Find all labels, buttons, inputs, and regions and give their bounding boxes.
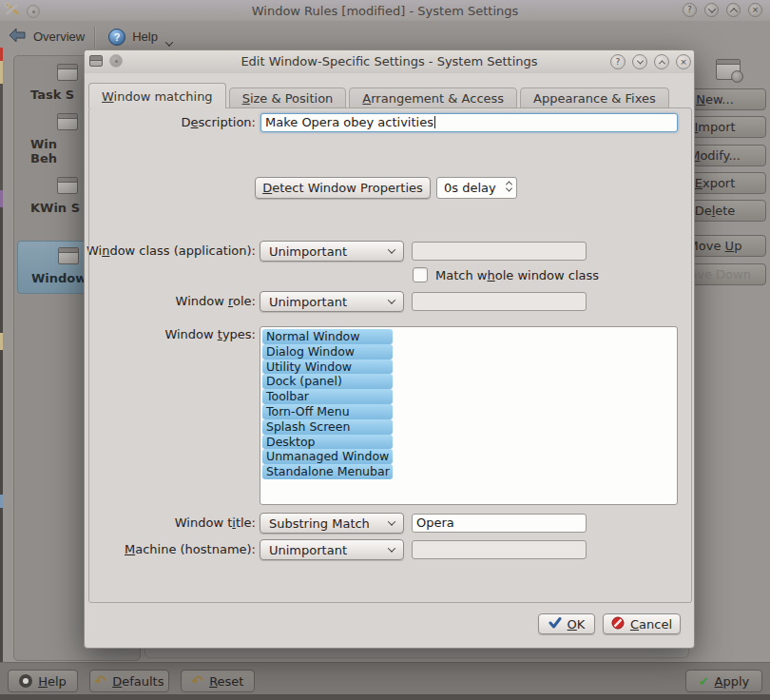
help-menu-button[interactable]: ? Help	[101, 20, 180, 53]
tab-size-position[interactable]: Size & Position	[229, 88, 347, 108]
ok-check-icon	[549, 617, 562, 632]
tab-arrangement-access[interactable]: Arrangement & Access	[349, 88, 517, 108]
apply-check-icon: ✔	[699, 675, 709, 688]
dialog-tabs: Window matching Size & Position Arrangem…	[88, 84, 669, 108]
main-bottom-bar: Help ↶ Defaults ↶ Reset ✔ Apply	[0, 662, 770, 694]
back-arrow-icon	[8, 28, 27, 46]
main-help-window-button[interactable]: ?	[683, 3, 697, 17]
overview-button[interactable]: Overview	[0, 24, 92, 49]
desktop: Window Rules [modified] - System Setting…	[0, 0, 770, 700]
tab-pane	[88, 107, 692, 603]
ok-button[interactable]: OK	[538, 613, 595, 634]
desktop-edge-sliver	[0, 48, 3, 694]
main-window-title: Window Rules [modified] - System Setting…	[0, 4, 770, 18]
dialog-titlebar: Edit Window-Specific Settings - System S…	[85, 50, 694, 73]
tab-appearance-fixes[interactable]: Appearance & Fixes	[520, 88, 669, 108]
main-window-titlebar: Window Rules [modified] - System Setting…	[0, 0, 770, 21]
window-bottom-edge	[0, 694, 770, 700]
reset-undo-icon: ↶	[192, 674, 204, 689]
defaults-undo-icon: ↶	[95, 674, 107, 689]
window-icon	[57, 177, 78, 194]
dialog-minimize-button[interactable]	[632, 54, 647, 69]
window-icon	[57, 113, 78, 130]
window-rules-module-icon	[716, 59, 741, 80]
dialog-help-button[interactable]: ?	[610, 54, 626, 69]
tab-window-matching[interactable]: Window matching	[88, 83, 226, 108]
cancel-button[interactable]: Cancel	[603, 613, 681, 634]
chevron-down-icon	[166, 35, 172, 49]
main-minimize-button[interactable]	[704, 3, 719, 17]
main-maximize-button[interactable]	[726, 3, 741, 17]
reset-button[interactable]: ↶ Reset	[181, 670, 255, 692]
dialog-close-button[interactable]: ×	[676, 54, 691, 69]
defaults-button[interactable]: ↶ Defaults	[89, 670, 169, 692]
main-close-button[interactable]: ×	[748, 3, 762, 17]
dialog-title: Edit Window-Specific Settings - System S…	[85, 54, 694, 68]
apply-button[interactable]: ✔ Apply	[685, 670, 762, 692]
dialog-maximize-button[interactable]	[654, 54, 669, 69]
help-button[interactable]: Help	[8, 670, 78, 692]
window-icon	[57, 64, 78, 81]
edit-window-settings-dialog: Edit Window-Specific Settings - System S…	[84, 49, 695, 649]
help-lifebuoy-icon	[19, 674, 32, 688]
window-icon	[58, 247, 79, 264]
main-toolbar: Overview ? Help	[0, 21, 770, 52]
toolbar-separator	[94, 27, 95, 48]
help-icon: ?	[108, 29, 125, 46]
cancel-no-icon	[611, 616, 625, 632]
